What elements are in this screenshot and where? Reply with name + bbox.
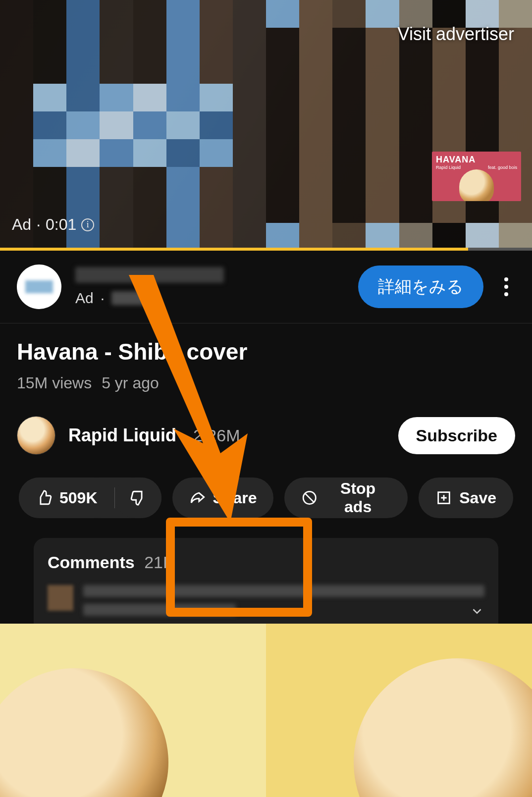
video-age: 5 yr ago <box>102 374 159 392</box>
chevron-down-icon[interactable] <box>470 604 484 619</box>
ad-progress-bar[interactable] <box>0 248 532 251</box>
suggested-thumb[interactable] <box>0 624 266 797</box>
channel-avatar[interactable] <box>17 416 55 455</box>
block-icon <box>301 489 318 506</box>
thumbs-down-icon <box>130 489 147 506</box>
comment-preview <box>48 585 484 623</box>
dog-icon <box>459 169 494 201</box>
video-title: Havana - Shiba cover <box>17 338 515 365</box>
share-icon <box>189 489 206 506</box>
suggested-videos <box>0 624 532 797</box>
save-icon <box>435 489 452 506</box>
upnext-right: feat. good bois <box>488 165 517 170</box>
comments-count: 21K <box>144 553 174 572</box>
ad-text: Ad · <box>75 267 344 307</box>
advertiser-logo[interactable] <box>17 265 61 309</box>
info-icon[interactable]: i <box>81 218 94 231</box>
upnext-thumbnail[interactable]: HAVANA Rapid Liquid feat. good bois <box>432 152 521 201</box>
ad-sep: · <box>36 215 41 234</box>
visit-advertiser-link[interactable]: Visit advertiser <box>398 24 514 45</box>
like-count: 509K <box>59 489 98 507</box>
video-player[interactable]: Visit advertiser HAVANA Rapid Liquid fea… <box>0 0 532 251</box>
share-label: Share <box>213 489 257 507</box>
ad-label: Ad <box>75 290 94 307</box>
upnext-title: HAVANA <box>436 155 517 165</box>
comments-label: Comments <box>48 553 135 572</box>
stop-ads-button[interactable]: Stop ads <box>284 478 408 518</box>
ad-progress-fill <box>0 248 468 251</box>
more-options-icon[interactable] <box>497 277 515 296</box>
channel-subs: 2.26M <box>193 426 240 445</box>
channel-name[interactable]: Rapid Liquid <box>68 425 176 446</box>
comment-line-blurred <box>83 604 236 616</box>
thumbs-up-icon <box>36 489 53 506</box>
subscribe-button[interactable]: Subscribe <box>398 417 515 454</box>
share-button[interactable]: Share <box>172 478 274 518</box>
ad-headline-blurred <box>75 267 224 283</box>
video-meta: Havana - Shiba cover 15M views 5 yr ago … <box>0 323 532 642</box>
comment-line-blurred <box>83 585 484 597</box>
like-dislike-group: 509K <box>19 478 161 518</box>
ad-cta-button[interactable]: 詳細をみる <box>358 266 483 308</box>
dislike-button[interactable] <box>115 478 161 518</box>
upnext-left: Rapid Liquid <box>436 165 461 170</box>
save-button[interactable]: Save <box>419 478 513 518</box>
ad-label: Ad <box>12 215 31 234</box>
action-chip-row: 509K Share Stop ads Save <box>17 478 515 518</box>
stop-ads-label: Stop ads <box>325 479 391 516</box>
save-label: Save <box>459 489 496 507</box>
channel-row: Rapid Liquid 2.26M Subscribe <box>17 416 515 455</box>
ad-sep: · <box>101 290 105 307</box>
ad-banner: Ad · 詳細をみる <box>0 251 532 323</box>
ad-source-blurred <box>111 291 151 305</box>
like-button[interactable]: 509K <box>19 478 114 518</box>
ad-time: 0:01 <box>46 215 76 234</box>
view-count: 15M views <box>17 374 92 392</box>
commenter-avatar <box>48 585 73 611</box>
ad-timer: Ad · 0:01 i <box>12 215 94 234</box>
suggested-thumb[interactable] <box>266 624 532 797</box>
